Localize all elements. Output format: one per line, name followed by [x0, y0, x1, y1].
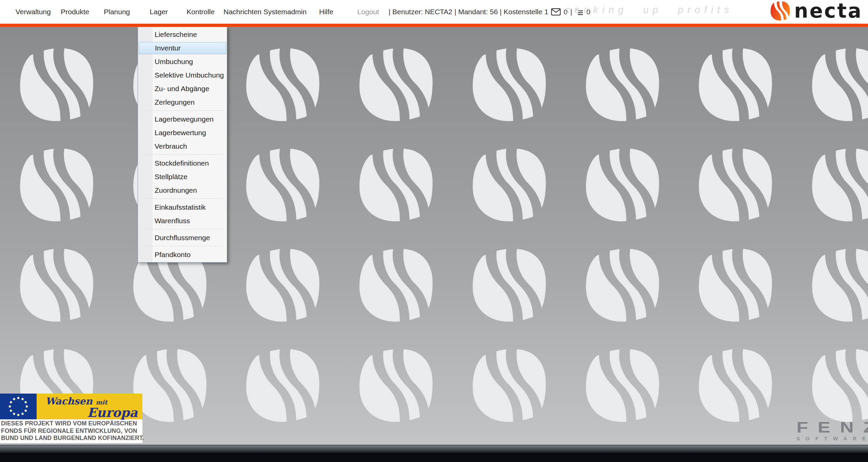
dropdown-item-lieferscheine[interactable]: Lieferscheine	[138, 28, 227, 41]
dropdown-separator	[138, 197, 227, 201]
eu-caption-line3: BUND UND LAND BURGENLAND KOFINANZIERT.	[1, 435, 141, 442]
leaf-watermark-icon	[811, 248, 868, 322]
eu-banner-title: Wachsen mit Europa	[37, 394, 142, 419]
menu-item-verwaltung[interactable]: Verwaltung	[12, 0, 54, 24]
leaf-watermark-icon	[585, 47, 660, 122]
lager-dropdown-menu: LieferscheineInventurUmbuchungSelektive …	[138, 27, 227, 262]
leaf-watermark-icon	[359, 348, 433, 422]
tagline: cooking up profits	[565, 4, 733, 16]
dropdown-item-selektive-umbuchung[interactable]: Selektive Umbuchung	[138, 68, 227, 82]
dropdown-separator	[138, 228, 227, 231]
dropdown-item-zuordnungen[interactable]: Zuordnungen	[138, 184, 227, 197]
leaf-watermark-icon	[472, 348, 547, 422]
menu-item-kontrolle[interactable]: Kontrolle	[180, 0, 222, 24]
leaf-watermark-icon	[245, 47, 320, 122]
eu-flag	[0, 394, 37, 419]
user-info: | Benutzer: NECTA2 | Mandant: 56 | Koste…	[389, 0, 590, 24]
dropdown-separator	[138, 245, 227, 248]
dropdown-item-verbrauch[interactable]: Verbrauch	[138, 140, 227, 153]
accent-bar	[0, 24, 868, 27]
leaf-watermark-icon	[698, 47, 773, 122]
user-info-text: | Benutzer: NECTA2 | Mandant: 56 | Koste…	[389, 8, 548, 16]
leaf-watermark-icon	[245, 348, 320, 422]
dropdown-item-lagerbewertung[interactable]: Lagerbewertung	[138, 126, 227, 140]
leaf-watermark-icon	[698, 248, 773, 322]
dropdown-item-stockdefinitionen[interactable]: Stockdefinitionen	[138, 156, 227, 170]
leaf-watermark-icon	[359, 147, 433, 222]
leaf-watermark-icon	[359, 47, 433, 122]
dropdown-item-durchflussmenge[interactable]: Durchflussmenge	[138, 231, 227, 245]
top-bar: VerwaltungProduktePlanungLagerKontrolleN…	[0, 0, 868, 24]
dropdown-item-einkaufsstatistik[interactable]: Einkaufsstatistik	[138, 201, 227, 214]
dropdown-item-inventur[interactable]: Inventur	[139, 42, 226, 54]
dropdown-item-stellplätze[interactable]: Stellplätze	[138, 170, 227, 184]
leaf-watermark-icon	[472, 47, 547, 122]
leaf-watermark-icon	[811, 147, 868, 222]
leaf-watermark-icon	[245, 147, 320, 222]
menu-item-nachrichten[interactable]: Nachrichten	[222, 0, 264, 24]
footer-bar	[0, 445, 868, 453]
leaf-watermark-icon	[19, 248, 94, 322]
dropdown-item-zu-und-abgänge[interactable]: Zu- und Abgänge	[138, 82, 227, 96]
logout-button[interactable]: Logout	[347, 0, 389, 24]
eu-title-line2: Europa	[87, 405, 138, 420]
dropdown-item-lagerbewegungen[interactable]: Lagerbewegungen	[138, 112, 227, 126]
leaf-watermark-icon	[245, 248, 320, 322]
leaf-watermark-icon	[585, 348, 660, 422]
leaf-watermark-icon	[472, 248, 547, 322]
menu-item-hilfe[interactable]: Hilfe	[305, 0, 348, 24]
bottom-bar	[0, 453, 868, 462]
dropdown-separator	[138, 153, 227, 156]
leaf-watermark-icon	[472, 147, 547, 222]
leaf-watermark-icon	[19, 47, 94, 122]
menu-item-produkte[interactable]: Produkte	[54, 0, 96, 24]
leaf-watermark-icon	[698, 348, 773, 422]
background-pattern	[0, 27, 868, 445]
fenz-brand-text: FENZ	[796, 420, 868, 435]
leaf-watermark-icon	[585, 248, 660, 322]
necta-logo-text: necta	[794, 1, 863, 21]
necta-logo: necta	[770, 1, 863, 21]
menu-item-lager[interactable]: Lager	[138, 0, 180, 24]
leaf-watermark-icon	[133, 348, 207, 422]
leaf-watermark-icon	[19, 147, 94, 222]
menu-item-systemadmin[interactable]: Systemadmin	[263, 0, 305, 24]
mail-icon[interactable]	[551, 8, 561, 16]
dropdown-item-umbuchung[interactable]: Umbuchung	[138, 55, 227, 68]
fenz-watermark: FENZ SOFTWARE	[796, 420, 868, 441]
eu-caption-line2: FONDS FÜR REGIONALE ENTWICKLUNG, VON	[1, 427, 141, 435]
leaf-watermark-icon	[811, 47, 868, 122]
dropdown-separator	[138, 109, 227, 112]
dropdown-item-pfandkonto[interactable]: Pfandkonto	[138, 248, 227, 261]
leaf-watermark-icon	[698, 147, 773, 222]
eu-banner-caption: DIESES PROJEKT WIRD VOM EUROPÄISCHEN FON…	[0, 419, 142, 443]
fenz-sub-text: SOFTWARE	[796, 436, 868, 441]
eu-banner: Wachsen mit Europa DIESES PROJEKT WIRD V…	[0, 394, 142, 443]
leaf-watermark-icon	[359, 248, 433, 322]
main-menu: VerwaltungProduktePlanungLagerKontrolleN…	[12, 0, 389, 24]
leaf-watermark-icon	[585, 147, 660, 222]
content-area: LieferscheineInventurUmbuchungSelektive …	[0, 27, 868, 445]
dropdown-item-zerlegungen[interactable]: Zerlegungen	[138, 96, 227, 109]
dropdown-item-warenfluss[interactable]: Warenfluss	[138, 214, 227, 228]
eu-stars-icon	[0, 394, 37, 419]
app-window: VerwaltungProduktePlanungLagerKontrolleN…	[0, 0, 868, 462]
eu-caption-line1: DIESES PROJEKT WIRD VOM EUROPÄISCHEN	[1, 420, 141, 427]
menu-item-planung[interactable]: Planung	[96, 0, 138, 24]
necta-leaf-icon	[770, 1, 790, 21]
leaf-watermark-icon	[811, 348, 868, 422]
